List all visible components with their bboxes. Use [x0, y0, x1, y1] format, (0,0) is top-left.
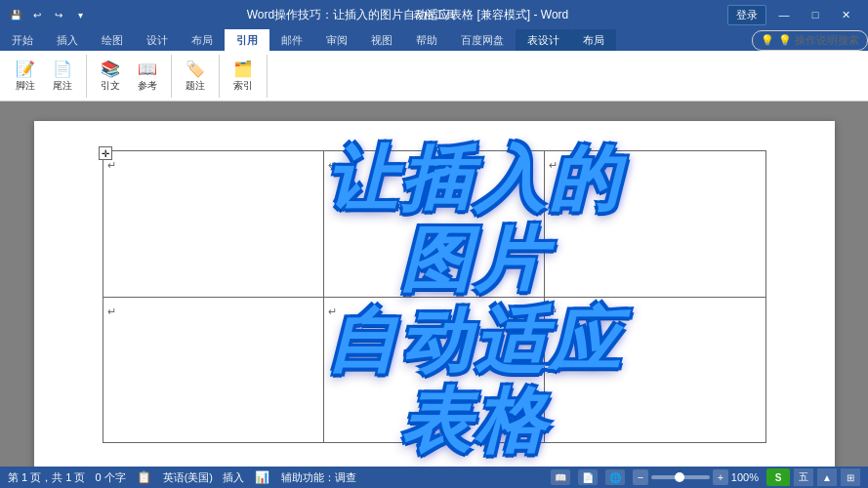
zoom-level: 100%: [731, 471, 759, 483]
cell-return-r2c2: ↵: [328, 305, 337, 317]
table-row: ↵ ↵ ↵: [103, 151, 765, 298]
ribbon-tabs: 开始 插入 绘图 设计 布局 引用 邮件 审阅 视图 帮助 百度网盘 表设计 布…: [0, 29, 868, 51]
zoom-slider[interactable]: [651, 475, 710, 479]
window-controls: 登录 — □ ✕: [727, 4, 860, 25]
char-count: 0 个字: [95, 470, 125, 485]
save-quick-btn[interactable]: 💾: [8, 7, 23, 22]
status-right: 📖 📄 🌐 − + 100% S 五 ▲ ⊞: [551, 468, 860, 486]
ribbon-group-3: 🏷️ 题注: [178, 55, 220, 98]
tab-view[interactable]: 视图: [359, 29, 404, 51]
tab-table-design[interactable]: 表设计: [516, 29, 571, 51]
tab-help[interactable]: 帮助: [404, 29, 449, 51]
zoom-control: − + 100%: [633, 469, 759, 485]
tab-draw[interactable]: 绘图: [90, 29, 135, 51]
tab-review[interactable]: 审阅: [314, 29, 359, 51]
caption-icon: 🏷️: [186, 60, 205, 78]
cell-return-r1c1: ↵: [107, 159, 116, 171]
bibliography-icon: 📖: [138, 60, 157, 78]
cell-return-r1c2: ↵: [328, 159, 337, 171]
table-cell-r1c3[interactable]: ↵: [545, 151, 765, 298]
read-view-btn[interactable]: 📖: [551, 469, 570, 485]
tab-design[interactable]: 设计: [135, 29, 180, 51]
search-icon: 💡: [761, 34, 774, 47]
ribbon-group-2: 📚 引文 📖 参考: [93, 55, 172, 98]
tab-layout[interactable]: 布局: [180, 29, 225, 51]
document-area: ✛ ↵ ↵ ↵ ↵ ↵ ↵ 让插入的 图片 自动适应 表格 ↵: [0, 102, 868, 467]
title-bar-left: 💾 ↩ ↪ ▾: [8, 7, 88, 22]
tab-table-layout[interactable]: 布局: [571, 29, 616, 51]
web-view-btn[interactable]: 🌐: [605, 469, 625, 485]
zoom-thumb: [675, 472, 684, 482]
cell-return-r2c1: ↵: [107, 305, 116, 317]
search-placeholder: 💡 操作说明搜索: [778, 33, 859, 48]
bibliography-label: 参考: [138, 79, 157, 93]
close-button[interactable]: ✕: [833, 4, 860, 25]
status-bar: 第 1 页，共 1 页 0 个字 📋 英语(美国) 插入 📊 辅助功能：调查 📖…: [0, 467, 868, 488]
endnote-label: 尾注: [53, 79, 72, 93]
window-title: Word操作技巧：让插入的图片自动适应表格 [兼容模式] - Word: [247, 7, 569, 23]
citation-label: 引文: [101, 79, 120, 93]
insert-label: 插入: [223, 470, 244, 485]
title-bar: 💾 ↩ ↪ ▾ Word操作技巧：让插入的图片自动适应表格 [兼容模式] - W…: [0, 0, 868, 29]
customize-quick-access[interactable]: ▾: [72, 7, 88, 22]
table-cell-r2c2[interactable]: ↵: [323, 297, 544, 443]
tab-home[interactable]: 开始: [0, 29, 45, 51]
zoom-out-btn[interactable]: −: [633, 469, 648, 485]
word-table: ↵ ↵ ↵ ↵ ↵ ↵: [103, 150, 766, 443]
caption-label: 题注: [186, 79, 205, 93]
citation-icon: 📚: [101, 60, 120, 78]
track-changes-icon[interactable]: 📊: [254, 468, 271, 486]
document-page[interactable]: ✛ ↵ ↵ ↵ ↵ ↵ ↵ 让插入的 图片 自动适应 表格 ↵: [34, 121, 835, 467]
page-info: 第 1 页，共 1 页: [8, 470, 85, 485]
bibliography-btn[interactable]: 📖 参考: [130, 58, 165, 95]
ribbon: 开始 插入 绘图 设计 布局 引用 邮件 审阅 视图 帮助 百度网盘 表设计 布…: [0, 29, 868, 102]
footnote-btn[interactable]: 📝 脚注: [8, 58, 43, 95]
wps-logo: S: [766, 468, 790, 486]
endnote-btn[interactable]: 📄 尾注: [45, 58, 80, 95]
table-cell-r2c3[interactable]: ↵: [545, 297, 765, 443]
taskbar-icon-3[interactable]: ⊞: [841, 468, 860, 486]
table-selector-handle[interactable]: ✛: [99, 146, 112, 160]
spell-check-icon[interactable]: 📋: [136, 468, 153, 486]
cell-return-r1c3: ↵: [549, 159, 558, 171]
lang-label: 英语(美国): [163, 470, 213, 485]
footnote-icon: 📝: [16, 60, 35, 78]
table-row: ↵ ↵ ↵: [103, 297, 765, 443]
table-cell-r1c2[interactable]: ↵: [323, 151, 544, 298]
ribbon-content: 📝 脚注 📄 尾注 📚 引文 📖 参考 🏷️ 题注: [0, 51, 868, 102]
search-bar[interactable]: 💡 💡 操作说明搜索: [752, 30, 868, 51]
print-view-btn[interactable]: 📄: [578, 469, 598, 485]
taskbar-icon-2[interactable]: ▲: [817, 468, 837, 486]
redo-btn[interactable]: ↪: [51, 7, 66, 22]
footnote-label: 脚注: [16, 79, 35, 93]
index-btn[interactable]: 🗂️ 索引: [226, 58, 261, 95]
tab-references[interactable]: 引用: [225, 29, 269, 51]
zoom-in-btn[interactable]: +: [713, 469, 728, 485]
table-cell-r1c1[interactable]: ↵: [103, 151, 323, 298]
taskbar-icon-1[interactable]: 五: [794, 468, 813, 486]
ribbon-group-4: 🗂️ 索引: [226, 55, 268, 98]
citation-btn[interactable]: 📚 引文: [93, 58, 128, 95]
undo-btn[interactable]: ↩: [29, 7, 45, 22]
maximize-button[interactable]: □: [802, 4, 829, 25]
cell-return-r2c3: ↵: [549, 305, 558, 317]
table-tools-label: 表格工具: [413, 0, 456, 29]
caption-btn[interactable]: 🏷️ 题注: [178, 58, 213, 95]
tab-baidu[interactable]: 百度网盘: [449, 29, 516, 51]
status-left: 第 1 页，共 1 页 0 个字 📋 英语(美国) 插入 📊 辅助功能：调查: [8, 468, 356, 486]
tab-mailings[interactable]: 邮件: [269, 29, 314, 51]
table-cell-r2c1[interactable]: ↵: [103, 297, 323, 443]
taskbar-icons: S 五 ▲ ⊞: [766, 468, 860, 486]
index-icon: 🗂️: [233, 60, 253, 78]
ribbon-group-1: 📝 脚注 📄 尾注: [8, 55, 87, 98]
tab-insert[interactable]: 插入: [45, 29, 90, 51]
accessibility-label: 辅助功能：调查: [281, 470, 356, 485]
index-label: 索引: [233, 79, 253, 93]
login-button[interactable]: 登录: [727, 5, 766, 25]
endnote-icon: 📄: [53, 60, 72, 78]
minimize-button[interactable]: —: [770, 4, 798, 25]
